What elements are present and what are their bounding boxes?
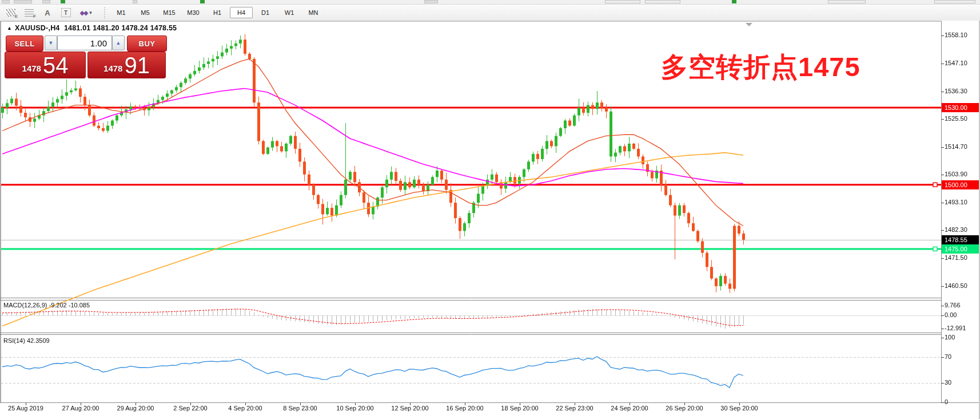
symbol-label: XAUUSD-,H4 <box>15 24 59 32</box>
tool-letter: E <box>15 14 18 19</box>
level-price-box: 1500.00 <box>942 180 980 189</box>
text-icon[interactable]: A <box>40 6 55 19</box>
level-price-box: 1475.00 <box>942 244 980 254</box>
date-tick-label: 18 Sep 20:00 <box>492 405 547 412</box>
macd-label: MACD(12,26,9) -9.202 -10.085 <box>3 302 90 309</box>
rsi-tick-label: 100 <box>945 334 955 341</box>
date-tick-label: 29 Aug 20:00 <box>108 405 163 412</box>
chart-annotation-text: 多空转折点1475 <box>661 49 861 85</box>
remnant-icon <box>934 0 975 3</box>
timeframe-button-h4[interactable]: H4 <box>230 7 253 18</box>
tool-letter: A <box>45 9 50 17</box>
text-label-icon[interactable]: T <box>58 6 73 19</box>
date-tick-label: 4 Sep 20:00 <box>218 405 273 412</box>
remnant-icon <box>200 0 205 3</box>
toolbar-grip[interactable] <box>104 7 105 18</box>
date-tick-label: 16 Sep 20:00 <box>437 405 492 412</box>
buy-price-big: 1478 <box>103 64 122 73</box>
date-tick-label: 8 Sep 23:00 <box>273 405 328 412</box>
sell-button[interactable]: SELL <box>6 35 43 52</box>
price-tick-label: 1536.30 <box>945 88 967 94</box>
remnant-icon <box>828 0 866 3</box>
remnant-icon <box>732 0 736 3</box>
chart-header: ▲XAUUSD-,H4 1481.01 1481.20 1478.24 1478… <box>7 24 177 32</box>
buy-price-pips: 91 <box>124 54 150 76</box>
current-price-box: 1478.55 <box>942 235 980 244</box>
price-tick-label: 1460.50 <box>945 282 967 289</box>
date-tick-label: 25 Aug 2019 <box>0 405 53 412</box>
fibonacci-icon[interactable]: F <box>22 6 37 19</box>
rsi-tick-label: 30 <box>945 379 951 386</box>
rsi-tick-label: 70 <box>945 353 951 360</box>
symbol-collapse-icon[interactable]: ▲ <box>7 25 12 31</box>
chart-window: ▲XAUUSD-,H4 1481.01 1481.20 1478.24 1478… <box>0 21 980 419</box>
price-tick-label: 1482.30 <box>945 226 967 233</box>
date-tick-label: 10 Sep 20:00 <box>328 405 383 412</box>
sell-price-pips: 54 <box>43 54 69 76</box>
date-tick-label: 26 Sep 20:00 <box>657 405 712 412</box>
timeframe-button-m5[interactable]: M5 <box>134 7 157 18</box>
ohlc-values: 1481.01 1481.20 1478.24 1478.55 <box>64 24 177 32</box>
price-tick-label: 1471.50 <box>945 254 967 261</box>
remnant-icon <box>14 0 32 3</box>
mt4-window: E F A T ◆◆ ▼ M1M5M15M30H1H4D1W1MN ▲XAUUS… <box>0 0 980 419</box>
arrow-glyphs: ◆◆ <box>80 9 87 17</box>
timeframe-button-w1[interactable]: W1 <box>278 7 301 18</box>
price-tick-label: 1547.10 <box>945 60 967 66</box>
remnant-icon <box>605 0 640 3</box>
rsi-tick-label: 0 <box>945 398 948 405</box>
buy-price-box[interactable]: 1478 91 <box>87 52 166 78</box>
buy-button[interactable]: BUY <box>127 35 167 52</box>
timeframe-button-m30[interactable]: M30 <box>182 7 205 18</box>
volume-increase-button[interactable]: ▲ <box>112 35 125 50</box>
level-price-box: 1530.00 <box>942 103 980 112</box>
price-tick-label: 1525.50 <box>945 115 967 122</box>
price-tick-label: 1514.70 <box>945 143 967 150</box>
date-tick-label: 27 Aug 20:00 <box>53 405 108 412</box>
date-tick-label: 30 Sep 20:00 <box>712 405 767 412</box>
equidistant-lines <box>6 9 15 17</box>
price-tick-label: 1503.90 <box>945 171 967 177</box>
sell-price-big: 1478 <box>22 64 41 73</box>
remnant-icon <box>42 0 50 3</box>
timeframe-bar: M1M5M15M30H1H4D1W1MN <box>110 7 326 18</box>
remnant-icon <box>2 0 10 3</box>
arrows-icon[interactable]: ◆◆ ▼ <box>77 6 96 19</box>
price-tick-label: 1493.10 <box>945 199 967 205</box>
macd-tick-label: 9.766 <box>945 302 961 309</box>
volume-input[interactable] <box>57 35 112 50</box>
date-tick-label: 12 Sep 20:00 <box>383 405 437 412</box>
volume-decrease-button[interactable]: ▼ <box>45 35 57 50</box>
date-tick-label: 2 Sep 22:00 <box>163 405 218 412</box>
remnant-icon <box>133 0 137 3</box>
date-tick-label: 24 Sep 20:00 <box>602 405 657 412</box>
timeframe-button-m15[interactable]: M15 <box>158 7 181 18</box>
equidistant-channel-icon[interactable]: E <box>3 6 18 19</box>
tool-letter: T <box>61 8 71 17</box>
toolbar: E F A T ◆◆ ▼ M1M5M15M30H1H4D1W1MN <box>0 5 980 21</box>
price-tick-label: 1558.10 <box>945 31 967 38</box>
timeframe-button-h1[interactable]: H1 <box>206 7 229 18</box>
one-click-trade-panel: SELL ▼ ▲ BUY 1478 54 1478 91 <box>5 34 167 79</box>
sell-price-box[interactable]: 1478 54 <box>5 52 86 78</box>
remnant-icon <box>61 0 65 3</box>
timeframe-button-d1[interactable]: D1 <box>254 7 277 18</box>
chevron-down-icon: ▼ <box>89 10 93 15</box>
date-tick-label: 22 Sep 23:00 <box>547 405 602 412</box>
rsi-label: RSI(14) 42.3509 <box>3 337 50 344</box>
remnant-icon <box>424 0 438 3</box>
macd-tick-label: -12.991 <box>945 325 966 331</box>
timeframe-button-m1[interactable]: M1 <box>110 7 133 18</box>
remnant-icon <box>645 0 680 3</box>
timeframe-button-mn[interactable]: MN <box>302 7 325 18</box>
tool-letter: F <box>33 14 36 19</box>
macd-tick-label: 0.00 <box>945 311 957 318</box>
toolbar-remnant <box>0 0 980 5</box>
fibonacci-lines <box>25 9 34 17</box>
